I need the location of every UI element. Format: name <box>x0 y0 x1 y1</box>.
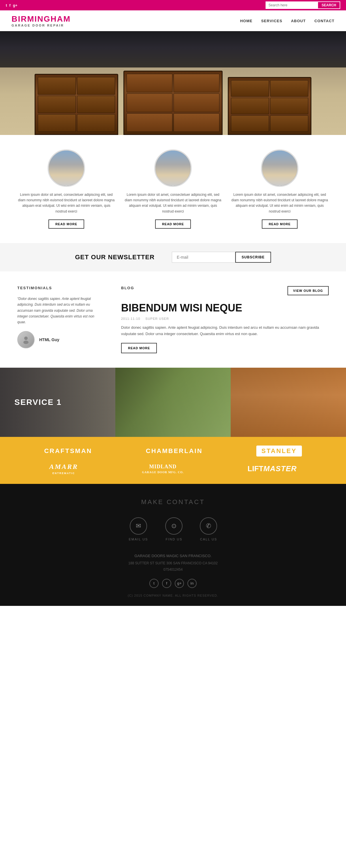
blog-meta: 2011-11-10 SUPER USER <box>121 317 329 320</box>
footer-phone-icon-circle[interactable]: ✆ <box>200 517 217 535</box>
newsletter-form: SUBSCRIBE <box>172 252 271 263</box>
testimonials-label: TESTIMONIALS <box>17 286 98 290</box>
service-image-2 <box>154 149 192 187</box>
logo-subtitle: GARAGE DOOR REPAIR <box>11 24 71 27</box>
location-icon: ⊙ <box>171 522 177 530</box>
svg-point-1 <box>23 341 29 344</box>
footer-social-row: t f g+ in <box>17 579 329 588</box>
footer-contact: MAKE CONTACT ✉ EMAIL US ⊙ FIND US ✆ CALL… <box>0 484 346 606</box>
subscribe-button[interactable]: SUBSCRIBE <box>235 252 271 263</box>
nav-home[interactable]: HOME <box>240 19 253 23</box>
blog-title: BIBENDUM WISI NEQUE <box>121 302 329 314</box>
service-text-3: Lorem ipsum dolor sit amet, consectetuer… <box>231 192 329 214</box>
newsletter-title: GET OUR NEWSLETTER <box>75 253 155 261</box>
brand-stanley: STANLEY <box>256 445 302 457</box>
footer-tumblr-btn[interactable]: t <box>149 579 159 588</box>
phone-icon: ✆ <box>206 522 211 530</box>
blog-label: BLOG <box>121 286 134 290</box>
testimonial-quote: “Dolor donec sagittis sapien. Ante apten… <box>17 296 98 325</box>
main-nav: HOME SERVICES ABOUT CONTACT <box>240 19 335 23</box>
blog-header: BLOG VIEW OUR BLOG <box>121 286 329 296</box>
footer-contact-title: MAKE CONTACT <box>17 498 329 506</box>
footer-phone-label: CALL US <box>200 537 217 541</box>
footer-googleplus-btn[interactable]: g+ <box>175 579 184 588</box>
footer-location-item: ⊙ FIND US <box>165 517 183 541</box>
footer-linkedin-btn[interactable]: in <box>187 579 197 588</box>
footer-email-item: ✉ EMAIL US <box>129 517 148 541</box>
person-icon <box>22 335 30 344</box>
nav-contact[interactable]: CONTACT <box>314 19 335 23</box>
read-more-button-2[interactable]: READ MORE <box>155 219 191 229</box>
social-links: t f g+ <box>6 3 17 7</box>
email-icon: ✉ <box>136 522 141 530</box>
services-grid: Lorem ipsum dolor sit amet, consectetuer… <box>17 149 329 229</box>
service-text-1: Lorem ipsum dolor sit amet, consectetuer… <box>17 192 115 214</box>
read-more-button-1[interactable]: READ MORE <box>49 219 84 229</box>
hero-door-2 <box>123 71 223 135</box>
testimonials-column: TESTIMONIALS “Dolor donec sagittis sapie… <box>17 286 98 353</box>
service-banner-title: SERVICE 1 <box>0 398 62 407</box>
nav-about[interactable]: ABOUT <box>291 19 306 23</box>
author-name: HTML Guy <box>39 337 59 342</box>
service-banner: SERVICE 1 <box>0 368 346 437</box>
footer-email-icon-circle[interactable]: ✉ <box>130 517 147 535</box>
blog-excerpt: Dolor donec sagittis sapien. Ante aptent… <box>121 324 329 337</box>
logo: BIRMINGHAM GARAGE DOOR REPAIR <box>11 14 71 27</box>
service-text-2: Lorem ipsum dolor sit amet, consectetuer… <box>124 192 222 214</box>
brands-section: CRAFTSMAN CHAMBERLAIN STANLEY Amarr ENTR… <box>0 437 346 484</box>
blog-column: BLOG VIEW OUR BLOG BIBENDUM WISI NEQUE 2… <box>121 286 329 353</box>
newsletter-email-input[interactable] <box>172 252 235 263</box>
brands-row-2: Amarr ENTREMATIC MIDLAND Garage Door Mfg… <box>17 462 329 475</box>
logo-letter-b: B <box>11 14 18 23</box>
service-card-1: Lorem ipsum dolor sit amet, consectetuer… <box>17 149 115 229</box>
hero-door-1 <box>35 74 118 135</box>
search-input[interactable] <box>265 1 317 9</box>
brand-liftmaster: LiftMaster <box>248 464 297 473</box>
service-card-2: Lorem ipsum dolor sit amet, consectetuer… <box>124 149 222 229</box>
newsletter-section: GET OUR NEWSLETTER SUBSCRIBE <box>0 243 346 271</box>
hero-section <box>0 31 346 135</box>
content-section: TESTIMONIALS “Dolor donec sagittis sapie… <box>0 271 346 368</box>
author-avatar <box>17 331 35 348</box>
footer-phone-item: ✆ CALL US <box>200 517 217 541</box>
footer-address: GARAGE DOORS MAGIC SAN FRANCISCO. 188 SU… <box>17 553 329 573</box>
footer-street: 188 SUTTER ST SUITE 306 SAN FRANCISCO CA… <box>17 560 329 567</box>
brand-amarr: Amarr ENTREMATIC <box>49 462 78 475</box>
footer-icons-row: ✉ EMAIL US ⊙ FIND US ✆ CALL US <box>17 517 329 541</box>
search-button[interactable]: SEARCH <box>317 1 340 9</box>
service-card-3: Lorem ipsum dolor sit amet, consectetuer… <box>231 149 329 229</box>
footer-email-label: EMAIL US <box>129 537 148 541</box>
footer-phone-number: 0754012454 <box>17 567 329 573</box>
top-bar: t f g+ SEARCH <box>0 0 346 10</box>
googleplus-link[interactable]: g+ <box>13 3 18 7</box>
testimonial-author: HTML Guy <box>17 331 98 348</box>
blog-date: 2011-11-10 <box>121 317 140 320</box>
brands-row-1: CRAFTSMAN CHAMBERLAIN STANLEY <box>17 445 329 457</box>
svg-point-0 <box>24 337 28 340</box>
brand-chamberlain: CHAMBERLAIN <box>146 447 203 455</box>
facebook-link[interactable]: f <box>9 3 10 7</box>
service-image-1 <box>48 149 85 187</box>
footer-location-label: FIND US <box>165 537 182 541</box>
footer-facebook-btn[interactable]: f <box>162 579 171 588</box>
footer-copyright: (C) 2015 COMPANY NAME. ALL RIGHTS RESERV… <box>17 594 329 597</box>
twitter-link[interactable]: t <box>6 3 7 7</box>
footer-company: GARAGE DOORS MAGIC SAN FRANCISCO. <box>17 553 329 559</box>
footer-location-icon-circle[interactable]: ⊙ <box>165 517 183 535</box>
blog-author: SUPER USER <box>145 317 169 320</box>
brand-craftsman: CRAFTSMAN <box>44 447 92 455</box>
logo-main: BIRMINGHAM <box>11 14 71 24</box>
services-section: Lorem ipsum dolor sit amet, consectetuer… <box>0 135 346 243</box>
read-more-button-3[interactable]: READ MORE <box>262 219 297 229</box>
nav-services[interactable]: SERVICES <box>261 19 283 23</box>
brand-midland: MIDLAND Garage Door Mfg. Co. <box>142 463 184 474</box>
search-form: SEARCH <box>265 1 340 9</box>
view-blog-button[interactable]: VIEW OUR BLOG <box>287 286 329 295</box>
site-header: BIRMINGHAM GARAGE DOOR REPAIR HOME SERVI… <box>0 10 346 31</box>
hero-door-3 <box>228 77 311 135</box>
service-image-3 <box>261 149 298 187</box>
blog-read-more-button[interactable]: READ MORE <box>121 343 157 353</box>
